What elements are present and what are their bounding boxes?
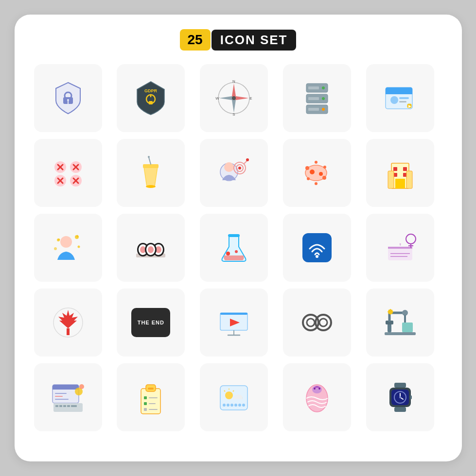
svg-rect-133 — [53, 403, 83, 412]
icon-gdpr: GDPR — [117, 64, 185, 132]
main-card: 25 ICON SET GDPR — [15, 15, 462, 461]
svg-point-57 — [246, 158, 249, 161]
svg-point-52 — [224, 162, 234, 172]
svg-point-102 — [406, 234, 416, 244]
svg-line-153 — [233, 391, 234, 391]
svg-point-155 — [223, 404, 226, 407]
icon-close-multiple — [34, 139, 102, 207]
icon-count-badge: 25 — [180, 29, 211, 51]
svg-point-50 — [146, 185, 156, 188]
svg-rect-26 — [308, 108, 319, 111]
svg-rect-74 — [406, 171, 412, 188]
icon-mind-target — [200, 139, 268, 207]
svg-rect-149 — [149, 409, 158, 410]
icon-maple-leaf — [34, 289, 102, 357]
svg-marker-11 — [219, 96, 234, 100]
svg-rect-137 — [67, 405, 70, 407]
svg-point-49 — [148, 156, 150, 158]
icon-set-label: ICON SET — [212, 30, 297, 51]
svg-marker-12 — [234, 96, 248, 100]
svg-point-160 — [242, 404, 245, 407]
svg-text:W: W — [215, 96, 219, 101]
icon-cassette — [283, 289, 351, 357]
svg-point-65 — [310, 170, 315, 174]
icon-coding — [34, 363, 102, 431]
svg-point-23 — [322, 108, 325, 111]
svg-text:N: N — [232, 79, 235, 84]
svg-rect-98 — [388, 247, 412, 249]
svg-point-91 — [148, 246, 154, 253]
svg-point-163 — [314, 388, 316, 390]
svg-rect-173 — [410, 395, 412, 399]
the-end-box: THE END — [131, 308, 170, 337]
icon-presentation — [200, 289, 268, 357]
icon-oil-pump — [366, 289, 434, 357]
svg-point-164 — [318, 388, 320, 390]
svg-rect-121 — [402, 323, 413, 332]
svg-point-64 — [315, 182, 317, 185]
svg-rect-136 — [63, 405, 66, 407]
svg-line-154 — [224, 391, 225, 391]
svg-point-78 — [77, 246, 80, 248]
svg-point-59 — [305, 166, 309, 170]
svg-rect-147 — [149, 403, 156, 404]
svg-rect-143 — [148, 388, 154, 390]
svg-point-60 — [323, 166, 326, 169]
svg-rect-24 — [308, 86, 319, 89]
icon-the-end: THE END — [117, 289, 185, 357]
icon-lab-flask — [200, 214, 268, 282]
icon-smart-watch — [366, 363, 434, 431]
svg-text:GDPR: GDPR — [144, 88, 158, 93]
svg-rect-47 — [143, 164, 159, 168]
the-end-text: THE END — [138, 319, 164, 326]
svg-rect-32 — [399, 101, 406, 102]
svg-point-159 — [238, 404, 241, 407]
icon-grid: GDPR N S W E — [34, 64, 442, 431]
icon-drink — [117, 139, 185, 207]
icon-contact-card: ▶ — [366, 64, 434, 132]
svg-rect-106 — [67, 328, 70, 335]
svg-point-22 — [322, 97, 325, 100]
svg-rect-6 — [149, 101, 153, 104]
svg-point-113 — [307, 319, 315, 326]
icon-gender-sign: ♀ — [366, 214, 434, 282]
svg-point-62 — [307, 177, 310, 180]
svg-point-79 — [54, 247, 57, 250]
icon-server — [283, 64, 351, 132]
svg-rect-145 — [149, 397, 158, 398]
svg-rect-165 — [394, 383, 406, 388]
svg-rect-148 — [144, 408, 147, 411]
svg-point-140 — [79, 384, 84, 389]
icon-bacteria — [283, 139, 351, 207]
svg-rect-25 — [308, 97, 319, 100]
svg-text:✦: ✦ — [75, 234, 79, 239]
svg-point-61 — [322, 176, 326, 180]
svg-rect-134 — [55, 405, 58, 407]
svg-rect-144 — [144, 396, 147, 399]
svg-rect-70 — [403, 167, 407, 171]
svg-text:♀: ♀ — [398, 242, 402, 247]
svg-rect-129 — [53, 387, 79, 390]
svg-point-115 — [319, 319, 327, 326]
svg-point-3 — [67, 99, 69, 101]
svg-point-93 — [226, 252, 230, 255]
svg-point-21 — [322, 86, 325, 89]
svg-point-94 — [235, 250, 238, 253]
svg-rect-29 — [386, 91, 412, 94]
svg-rect-108 — [220, 313, 247, 315]
svg-rect-73 — [388, 171, 394, 188]
svg-rect-116 — [385, 332, 416, 335]
svg-point-55 — [238, 167, 241, 170]
icon-compass: N S W E — [200, 64, 268, 132]
icon-building — [366, 139, 434, 207]
icon-weather-card — [200, 363, 268, 431]
svg-point-13 — [232, 96, 236, 100]
svg-rect-68 — [395, 179, 405, 188]
svg-rect-92 — [228, 234, 240, 237]
svg-rect-69 — [393, 167, 397, 171]
icon-wifi-box — [283, 214, 351, 282]
svg-marker-9 — [232, 84, 236, 98]
svg-rect-31 — [399, 97, 409, 99]
svg-text:E: E — [249, 96, 252, 101]
svg-point-157 — [230, 404, 233, 407]
